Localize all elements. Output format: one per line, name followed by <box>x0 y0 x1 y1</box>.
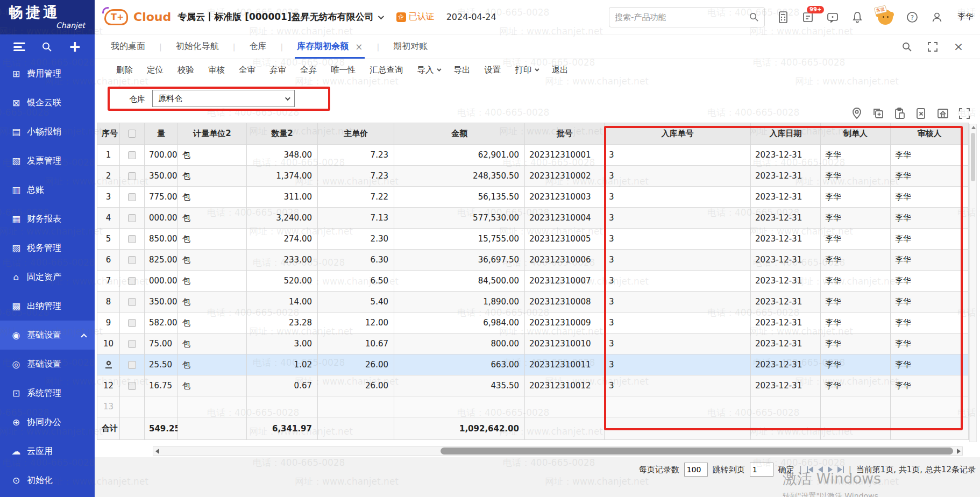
vertical-scrollbar[interactable] <box>969 124 977 442</box>
cell-row_no: 13 <box>97 396 120 417</box>
sidebar-item-1[interactable]: ⊠银企云联 <box>0 88 95 117</box>
sidebar-item-4[interactable]: ▥总账 <box>0 175 95 204</box>
toolbar-3[interactable]: 审核 <box>208 65 225 76</box>
tab-0[interactable]: 我的桌面 <box>109 34 147 59</box>
toolbar-12[interactable]: 打印 <box>515 65 538 76</box>
table-row[interactable]: 25.50包1.0226.00663.0020231231001132023-1… <box>97 354 969 375</box>
toolbar-8[interactable]: 汇总查询 <box>370 65 403 76</box>
company-name: 专属云丨标准版 [000001]盈昇无纺布有限公司 <box>177 11 373 23</box>
sidebar-item-14[interactable]: ⊙初始化 <box>0 466 95 495</box>
close-icon[interactable]: × <box>952 40 965 53</box>
horizontal-scrollbar[interactable] <box>153 446 963 456</box>
table-row[interactable]: 8350.00包14.005.401,890.00202312310008320… <box>97 292 969 313</box>
goto-page-input[interactable] <box>750 463 773 477</box>
row-checkbox[interactable] <box>128 151 136 159</box>
row-checkbox[interactable] <box>128 214 136 222</box>
sidebar-item-9[interactable]: ◉基础设置 <box>0 321 95 350</box>
scroll-up-icon[interactable] <box>971 126 976 129</box>
fullscreen-icon[interactable] <box>926 40 939 53</box>
toolbar-13[interactable]: 退出 <box>552 65 569 76</box>
row-settings-icon[interactable] <box>97 354 120 375</box>
table-row[interactable]: 4000.00包3,240.007.13577,530.002023123100… <box>97 208 969 229</box>
toolbar-7[interactable]: 唯一性 <box>331 65 356 76</box>
calculator-icon[interactable] <box>777 11 790 24</box>
cell-price: 7.22 <box>318 187 394 208</box>
table-row[interactable]: 1216.75包0.6726.00435.5020231231001232023… <box>97 375 969 396</box>
toolbar-0[interactable]: 删除 <box>116 65 133 76</box>
table-row[interactable]: 1075.00包3.0010.67800.0020231231001032023… <box>97 333 969 354</box>
doc-cancel-icon[interactable] <box>914 106 928 120</box>
sidebar-item-13[interactable]: ☁云应用 <box>0 437 95 466</box>
sidebar-item-6[interactable]: ▨税务管理 <box>0 233 95 262</box>
tab-3[interactable]: 库存期初余额× <box>295 34 365 59</box>
row-checkbox[interactable] <box>128 340 136 348</box>
warehouse-select[interactable]: 原料仓 <box>152 90 295 107</box>
paste-icon[interactable] <box>893 106 907 120</box>
sidebar-item-2[interactable]: ▤小畅报销 <box>0 117 95 146</box>
user-icon[interactable] <box>931 11 943 24</box>
message-icon[interactable] <box>826 11 839 24</box>
tab-2[interactable]: 仓库 <box>247 34 268 59</box>
table-row[interactable]: 1700.00包348.007.2362,901.002023123100013… <box>97 145 969 166</box>
cell-batch: 202312310012 <box>525 375 605 396</box>
row-checkbox[interactable] <box>128 319 136 327</box>
warehouse-building-icon[interactable] <box>936 106 950 120</box>
table-row[interactable]: 9582.00包23.2812.006,984.0020231231000932… <box>97 313 969 333</box>
copy-add-icon[interactable] <box>871 106 885 120</box>
tab-4[interactable]: 期初对账 <box>391 34 430 59</box>
search-icon[interactable] <box>41 41 52 52</box>
toolbar-4[interactable]: 全审 <box>239 65 255 76</box>
scrollbar-thumb[interactable] <box>441 448 953 455</box>
search-input[interactable] <box>615 12 749 22</box>
search-icon[interactable] <box>749 12 759 22</box>
search-icon[interactable] <box>900 40 913 53</box>
row-checkbox[interactable] <box>128 193 136 201</box>
help-icon[interactable]: ? <box>906 11 919 24</box>
toolbar-2[interactable]: 校验 <box>177 65 194 76</box>
scroll-right-icon[interactable] <box>955 447 962 455</box>
add-icon[interactable]: + <box>68 41 81 53</box>
current-user[interactable]: 李华 <box>957 12 974 22</box>
table-row[interactable]: 3775.00包311.007.2256,135.502023123100033… <box>97 187 969 208</box>
select-all-checkbox[interactable] <box>128 130 136 138</box>
tab-1[interactable]: 初始化导航 <box>174 34 221 59</box>
sidebar-item-0[interactable]: ⊞费用管理 <box>0 59 95 88</box>
table-row[interactable]: 2350.00包1,374.007.23248,350.502023123100… <box>97 166 969 187</box>
close-tab-icon[interactable]: × <box>355 41 363 52</box>
table-row[interactable]: 5850.00包274.002.3015,755.002023123100053… <box>97 229 969 250</box>
bell-icon[interactable] <box>851 11 864 24</box>
scroll-left-icon[interactable] <box>153 447 161 455</box>
page-size-input[interactable] <box>684 463 708 477</box>
toolbar-6[interactable]: 全弃 <box>300 65 317 76</box>
sidebar-item-5[interactable]: ▦财务报表 <box>0 204 95 233</box>
row-checkbox[interactable] <box>128 172 136 180</box>
sidebar-item-3[interactable]: ▧发票管理 <box>0 146 95 175</box>
cashier-icon: ▩ <box>10 301 23 311</box>
row-checkbox[interactable] <box>128 277 136 285</box>
maximize-grid-icon[interactable] <box>957 106 971 120</box>
table-row[interactable]: 7000.00包520.006.5084,500.002023123100073… <box>97 271 969 292</box>
todo-list-icon[interactable]: 99+ <box>801 11 814 24</box>
toolbar-10[interactable]: 导出 <box>454 65 471 76</box>
sidebar-item-10[interactable]: ◎基础设置 <box>0 350 95 379</box>
toolbar-5[interactable]: 弃审 <box>269 65 286 76</box>
sidebar-item-8[interactable]: ▩出纳管理 <box>0 292 95 321</box>
sidebar-item-11[interactable]: ⊡系统管理 <box>0 379 95 408</box>
toolbar-1[interactable]: 定位 <box>147 65 164 76</box>
total-qty2: 6,341.97 <box>247 417 318 440</box>
customer-service-mascot-icon[interactable]: 客服 <box>876 9 894 26</box>
row-checkbox[interactable] <box>128 361 136 369</box>
locate-pin-icon[interactable] <box>850 106 864 120</box>
scrollbar-thumb[interactable] <box>971 133 975 181</box>
row-checkbox[interactable] <box>128 235 136 243</box>
row-checkbox[interactable] <box>128 382 136 390</box>
sidebar-item-7[interactable]: ⌂固定资产 <box>0 262 95 292</box>
menu-icon[interactable] <box>13 42 25 51</box>
toolbar-9[interactable]: 导入 <box>417 65 440 76</box>
table-row[interactable]: 6825.00包233.006.3036,697.502023123100063… <box>97 250 969 271</box>
toolbar-11[interactable]: 设置 <box>485 65 501 76</box>
sidebar-item-12[interactable]: ⊕协同办公 <box>0 408 95 437</box>
row-checkbox[interactable] <box>128 256 136 264</box>
company-selector[interactable]: 专属云丨标准版 [000001]盈昇无纺布有限公司 <box>177 11 382 23</box>
row-checkbox[interactable] <box>128 298 136 306</box>
